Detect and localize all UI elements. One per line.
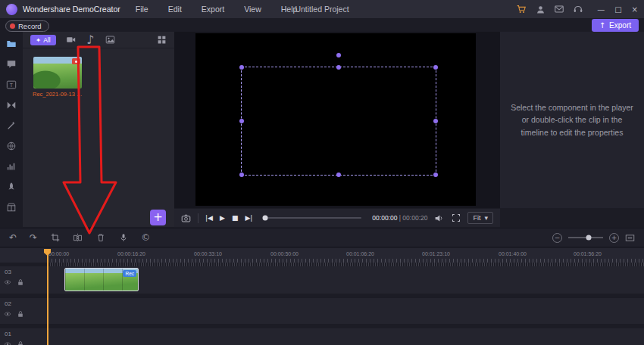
redo-button[interactable]: ↷ — [30, 233, 37, 242]
menu-view[interactable]: View — [244, 5, 261, 14]
selection-handle-mid-right[interactable] — [433, 119, 438, 123]
zoom-slider[interactable] — [568, 237, 603, 238]
fit-dropdown[interactable]: Fit ▾ — [467, 212, 493, 224]
copyright-icon[interactable]: © — [141, 233, 150, 242]
lock-icon[interactable] — [17, 278, 24, 286]
selection-handle-mid-left[interactable] — [239, 119, 244, 123]
plugin-rocket-icon[interactable] — [6, 182, 17, 192]
next-frame-button[interactable]: ▶| — [245, 215, 252, 222]
lock-icon[interactable] — [17, 310, 24, 318]
fit-label: Fit — [473, 214, 480, 222]
eye-icon[interactable] — [4, 340, 11, 345]
fit-timeline-icon[interactable] — [625, 233, 635, 243]
playhead-line[interactable] — [47, 249, 48, 345]
timeline-toolbar: ↶ ↷ © − + — [0, 228, 644, 247]
selection-handle-top-right[interactable] — [433, 65, 438, 70]
tab-video-icon[interactable] — [66, 35, 76, 45]
record-dot-icon — [10, 23, 15, 29]
chevron-down-icon: ▾ — [484, 214, 488, 222]
close-button[interactable]: × — [632, 5, 638, 14]
window-controls: — □ × — [597, 5, 638, 14]
track-label: 03 — [5, 269, 11, 275]
media-tabs: ✦ All ♪ — [23, 32, 174, 48]
svg-text:T: T — [10, 82, 14, 88]
store-icon[interactable] — [516, 4, 527, 14]
selection-handle-bottom-mid[interactable] — [336, 172, 341, 177]
message-icon[interactable] — [554, 4, 564, 14]
sticker-globe-icon[interactable] — [6, 141, 17, 151]
play-button[interactable]: ▶ — [220, 215, 225, 222]
titlebar-actions: — □ × — [516, 0, 638, 18]
eye-icon[interactable] — [4, 310, 11, 318]
menu-export[interactable]: Export — [202, 5, 224, 14]
project-title: Untitled Project — [295, 5, 349, 14]
divider — [198, 213, 199, 223]
zoom-in-button[interactable]: + — [609, 233, 619, 243]
export-button[interactable]: ↑ Export — [592, 19, 639, 32]
selection-rotate-handle[interactable] — [336, 53, 341, 58]
seek-slider[interactable] — [263, 217, 361, 219]
record-button[interactable]: Record — [5, 20, 49, 32]
caption-icon[interactable]: T — [6, 79, 17, 90]
track-label: 01 — [5, 331, 11, 337]
track-03[interactable]: 03 Rec — [0, 266, 644, 294]
menu-file[interactable]: File — [136, 5, 148, 14]
timecode-current: 00:00:00 — [372, 214, 397, 222]
track-01[interactable]: 01 — [0, 328, 644, 345]
tab-all-label: All — [43, 36, 50, 44]
media-library-icon[interactable] — [6, 39, 17, 49]
tab-more-icon[interactable] — [157, 35, 167, 45]
star-icon: ✦ — [36, 36, 41, 44]
menu-edit[interactable]: Edit — [168, 5, 182, 14]
asset-box-icon[interactable] — [6, 202, 17, 213]
record-label: Record — [18, 22, 42, 30]
properties-panel: Select the component in the player or do… — [500, 32, 644, 208]
microphone-icon[interactable] — [118, 233, 128, 243]
selection-box[interactable] — [241, 67, 436, 176]
transition-icon[interactable] — [6, 100, 17, 110]
timeline-clip[interactable]: Rec — [64, 268, 139, 291]
minimize-button[interactable]: — — [597, 5, 605, 14]
support-icon[interactable] — [573, 4, 583, 14]
tab-all[interactable]: ✦ All — [30, 35, 56, 45]
effects-wand-icon[interactable] — [6, 120, 17, 131]
app-logo-icon — [6, 4, 17, 15]
selection-handle-top-mid[interactable] — [336, 65, 341, 70]
ruler-label: 00:00:50:00 — [270, 251, 299, 256]
crop-icon[interactable] — [50, 233, 60, 243]
snapshot-camera-icon[interactable] — [181, 213, 191, 223]
add-to-timeline-button[interactable]: + — [150, 210, 166, 225]
timecode: 00:00:00 | 00:00:20 — [372, 214, 427, 222]
account-icon[interactable] — [535, 4, 546, 14]
volume-icon[interactable] — [434, 213, 444, 223]
app-title: Wondershare DemoCreator — [23, 5, 120, 14]
zoom-out-button[interactable]: − — [552, 233, 562, 243]
timeline-tracks: 03 Rec 02 — [0, 266, 644, 345]
eye-icon[interactable] — [4, 278, 11, 286]
annotation-icon[interactable] — [6, 59, 17, 70]
zoom-knob[interactable] — [586, 235, 591, 241]
timeline-ruler[interactable]: 00:00:00 00:00:16:20 00:00:33:10 00:00:5… — [0, 248, 644, 263]
seek-knob[interactable] — [262, 216, 267, 221]
media-clip-thumbnail[interactable] — [33, 57, 82, 89]
fullscreen-icon[interactable] — [451, 213, 461, 223]
selection-handle-top-left[interactable] — [239, 65, 244, 70]
lock-icon[interactable] — [17, 340, 24, 345]
prev-frame-button[interactable]: |◀ — [205, 215, 213, 222]
split-icon[interactable] — [73, 233, 83, 243]
delete-icon[interactable] — [95, 233, 105, 243]
selection-handle-bottom-right[interactable] — [433, 172, 438, 177]
audio-icon[interactable] — [6, 161, 17, 172]
track-02[interactable]: 02 — [0, 298, 644, 324]
tab-image-icon[interactable] — [105, 35, 115, 45]
preview-canvas[interactable] — [195, 33, 476, 206]
track-label: 02 — [5, 300, 11, 307]
maximize-button[interactable]: □ — [614, 5, 621, 14]
tab-audio-icon[interactable]: ♪ — [86, 35, 95, 45]
preview-player — [174, 32, 500, 208]
video-badge-icon — [72, 58, 80, 64]
selection-handle-bottom-left[interactable] — [239, 172, 244, 177]
export-arrow-icon: ↑ — [599, 21, 605, 30]
stop-button[interactable]: ■ — [232, 215, 239, 222]
undo-button[interactable]: ↶ — [9, 233, 17, 242]
